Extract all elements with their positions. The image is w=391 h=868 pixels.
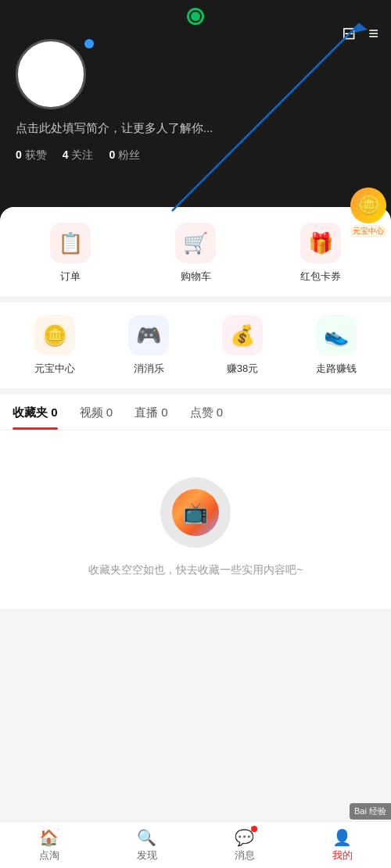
quick-actions-row1: 📋 订单 🛒 购物车 🎁 红包卡券 <box>0 207 391 302</box>
blue-arrow-line <box>0 0 391 227</box>
diantao-label: 点淘 <box>39 848 59 863</box>
scan-icon[interactable]: ⊟ <box>342 23 356 44</box>
avatar-online-dot <box>84 39 94 48</box>
nav-message[interactable]: 💬 消息 <box>235 828 255 863</box>
coupon-icon: 🎁 <box>300 223 341 263</box>
baidu-watermark: Bai 经验 <box>350 803 391 820</box>
order-icon: 📋 <box>50 223 91 263</box>
action-walk[interactable]: 👟 走路赚钱 <box>305 315 368 376</box>
yuanbao-action-label: 元宝中心 <box>34 362 75 376</box>
yuanbao-action-icon: 🪙 <box>34 315 75 355</box>
stat-likes[interactable]: 0 获赞 <box>16 148 47 163</box>
diantao-icon: 🏠 <box>39 828 59 847</box>
header-bg: ⊟ ≡ 点击此处填写简介，让更多人了解你... 0 获赞 4 关注 0 粉丝 <box>0 0 391 227</box>
avatar[interactable] <box>16 39 86 109</box>
action-yuanbao[interactable]: 🪙 元宝中心 <box>23 315 86 376</box>
tabs-section: 收藏夹 0 视频 0 直播 0 点赞 0 <box>0 395 391 430</box>
game-icon: 🎮 <box>128 315 169 355</box>
nav-mine[interactable]: 👤 我的 <box>332 828 353 863</box>
avatar-area <box>16 39 86 109</box>
svg-line-0 <box>172 23 360 211</box>
mine-icon: 👤 <box>332 828 352 847</box>
action-cart[interactable]: 🛒 购物车 <box>164 223 227 284</box>
bottom-nav: 🏠 点淘 🔍 发现 💬 消息 👤 我的 <box>0 821 391 868</box>
message-badge <box>251 826 257 832</box>
message-icon: 💬 <box>235 828 254 847</box>
tab-live[interactable]: 直播 0 <box>135 405 168 430</box>
tabs-row: 收藏夹 0 视频 0 直播 0 点赞 0 <box>13 395 378 430</box>
cart-label: 购物车 <box>181 270 211 284</box>
tab-videos[interactable]: 视频 0 <box>80 405 113 430</box>
yuanbao-badge[interactable]: 🪙 元宝中心 <box>346 188 391 238</box>
top-icons: ⊟ ≡ <box>342 23 378 44</box>
walk-icon: 👟 <box>316 315 357 355</box>
action-coupon[interactable]: 🎁 红包卡券 <box>289 223 352 284</box>
profile-stats: 0 获赞 4 关注 0 粉丝 <box>16 148 140 163</box>
coupon-label: 红包卡券 <box>300 270 341 284</box>
action-order[interactable]: 📋 订单 <box>39 223 102 284</box>
quick-actions-row2: 🪙 元宝中心 🎮 消消乐 💰 赚38元 👟 走路赚钱 <box>0 302 391 395</box>
wechat-status <box>187 8 204 25</box>
empty-text: 收藏夹空空如也，快去收藏一些实用内容吧~ <box>88 563 303 577</box>
stat-fans[interactable]: 0 粉丝 <box>109 148 140 163</box>
tab-favorites[interactable]: 收藏夹 0 <box>13 405 58 430</box>
order-label: 订单 <box>60 270 81 284</box>
nav-diantao[interactable]: 🏠 点淘 <box>39 828 59 863</box>
cart-icon: 🛒 <box>175 223 216 263</box>
menu-icon[interactable]: ≡ <box>368 23 378 44</box>
stat-following[interactable]: 4 关注 <box>63 148 94 163</box>
yuanbao-icon: 🪙 <box>350 188 386 223</box>
discover-label: 发现 <box>137 848 157 863</box>
earn38-icon: 💰 <box>222 315 263 355</box>
action-game[interactable]: 🎮 消消乐 <box>117 315 180 376</box>
empty-icon-wrap: 📺 <box>160 477 231 548</box>
discover-icon: 🔍 <box>137 828 156 847</box>
yuanbao-label: 元宝中心 <box>350 225 386 238</box>
game-label: 消消乐 <box>134 362 164 376</box>
profile-bio[interactable]: 点击此处填写简介，让更多人了解你... <box>16 121 213 136</box>
message-label: 消息 <box>235 848 255 863</box>
earn38-label: 赚38元 <box>227 362 258 376</box>
mine-label: 我的 <box>332 848 353 863</box>
main-card: 📋 订单 🛒 购物车 🎁 红包卡券 🪙 元宝中心 🎮 消消乐 💰 赚38元 👟 … <box>0 207 391 821</box>
nav-discover[interactable]: 🔍 发现 <box>137 828 157 863</box>
action-earn38[interactable]: 💰 赚38元 <box>211 315 274 376</box>
tab-likes[interactable]: 点赞 0 <box>190 405 224 430</box>
walk-label: 走路赚钱 <box>316 362 357 376</box>
empty-state: 📺 收藏夹空空如也，快去收藏一些实用内容吧~ <box>0 430 391 609</box>
wechat-dot <box>187 8 204 25</box>
empty-icon: 📺 <box>172 489 219 536</box>
